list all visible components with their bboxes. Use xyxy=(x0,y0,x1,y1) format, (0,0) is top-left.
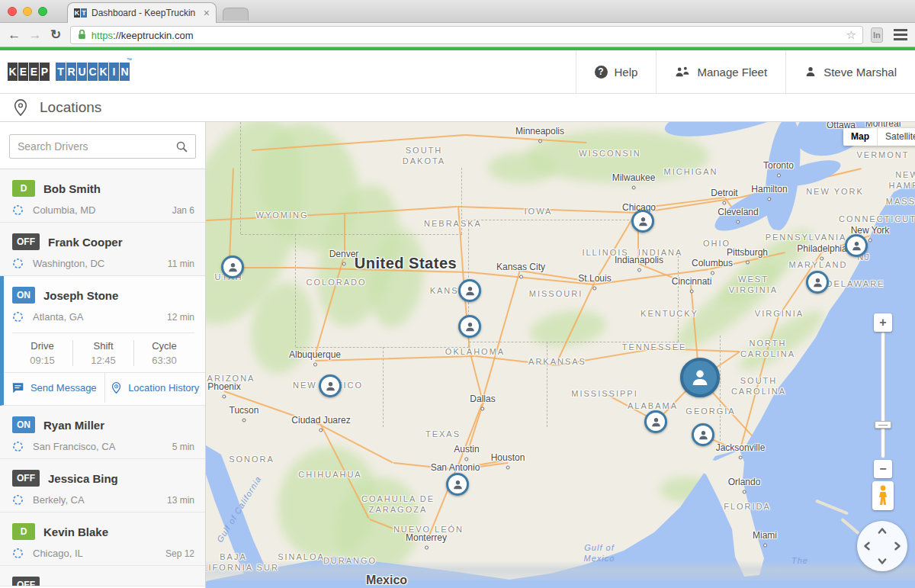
bookmark-star-icon[interactable]: ☆ xyxy=(846,28,856,42)
person-icon xyxy=(689,366,711,389)
hos-label: Cycle xyxy=(134,340,194,352)
satellite-view-button[interactable]: Satellite xyxy=(878,128,915,146)
help-button[interactable]: ? Help xyxy=(576,50,657,93)
street-view-pegman[interactable] xyxy=(872,481,894,510)
driver-name: Ryan Miller xyxy=(43,419,104,432)
driver-marker[interactable] xyxy=(446,473,469,496)
zoom-out-button[interactable]: − xyxy=(874,460,892,478)
driver-row[interactable]: OFF Jessica Bing Berkely, CA 13 min xyxy=(0,459,205,512)
driver-marker[interactable] xyxy=(458,315,481,338)
browser-menu-icon[interactable] xyxy=(894,29,907,40)
url-text: ://keeptruckin.com xyxy=(113,30,194,41)
zoom-window-button[interactable] xyxy=(38,7,47,16)
url-scheme: https xyxy=(92,30,113,41)
hos-summary: Drive 09:15 Shift 12:45 Cycle 63:30 xyxy=(12,333,194,372)
linkedin-extension-icon[interactable]: In xyxy=(871,27,883,43)
window-controls xyxy=(8,7,47,16)
driver-name: Bob Smith xyxy=(43,182,101,195)
person-icon xyxy=(650,416,663,429)
gps-location-icon xyxy=(12,204,24,216)
hos-value: 09:15 xyxy=(12,355,72,366)
driver-row[interactable]: ON Ryan Miller San Francisco, CA 5 min xyxy=(0,406,205,459)
driver-marker[interactable] xyxy=(806,271,829,294)
hos-column: Shift 12:45 xyxy=(73,340,134,366)
pan-left-icon[interactable] xyxy=(859,538,875,554)
send-message-button[interactable]: Send Message xyxy=(4,373,105,403)
person-icon xyxy=(464,320,477,333)
pan-control xyxy=(857,521,907,571)
hos-value: 12:45 xyxy=(73,355,133,366)
user-icon xyxy=(804,66,817,78)
driver-row[interactable]: D Kevin Blake Chicago, IL Sep 12 xyxy=(0,512,205,566)
duty-status-badge: OFF xyxy=(12,577,40,586)
map-view-button[interactable]: Map xyxy=(843,128,878,146)
location-history-button[interactable]: Location History xyxy=(105,373,206,403)
drivers-sidebar: D Bob Smith Columbia, MD Jan 6 OFF Frank… xyxy=(0,122,206,588)
manage-fleet-button[interactable]: Manage Fleet xyxy=(656,50,785,93)
person-icon xyxy=(850,239,863,252)
person-icon xyxy=(697,429,710,442)
driver-row[interactable]: ON Joseph Stone Atlanta, GA 12 min Drive… xyxy=(0,276,205,406)
forward-button[interactable]: → xyxy=(28,27,41,43)
zoom-slider-handle[interactable] xyxy=(875,421,891,429)
driver-row[interactable]: OFF xyxy=(0,566,205,586)
driver-name: Frank Cooper xyxy=(48,236,123,249)
duty-status-badge: OFF xyxy=(12,233,40,250)
hos-column: Cycle 63:30 xyxy=(134,340,194,366)
help-label: Help xyxy=(615,66,638,79)
close-window-button[interactable] xyxy=(8,7,17,16)
driver-location: Washington, DC xyxy=(33,258,104,269)
reload-button[interactable]: ↻ xyxy=(50,27,63,43)
pan-right-icon[interactable] xyxy=(890,538,905,554)
gps-location-icon xyxy=(12,494,24,506)
person-icon xyxy=(451,478,464,491)
background-tab[interactable] xyxy=(223,8,249,21)
keeptruckin-logo[interactable]: KEEP ™ TRUCKIN xyxy=(8,63,130,81)
gps-location-icon xyxy=(12,548,24,559)
hos-label: Drive xyxy=(12,340,72,352)
driver-name: Jessica Bing xyxy=(48,472,118,485)
driver-location: Berkely, CA xyxy=(33,494,85,506)
driver-marker[interactable] xyxy=(319,374,342,397)
driver-marker[interactable] xyxy=(631,210,654,233)
driver-location: Chicago, IL xyxy=(33,548,83,559)
duty-status-badge: D xyxy=(12,523,35,540)
person-icon xyxy=(637,215,650,228)
pan-up-icon[interactable] xyxy=(875,523,890,538)
zoom-slider-track[interactable] xyxy=(881,332,885,458)
hos-column: Drive 09:15 xyxy=(12,340,73,366)
driver-marker[interactable] xyxy=(644,410,667,433)
minimize-window-button[interactable] xyxy=(23,7,32,16)
fleet-icon xyxy=(675,66,690,78)
driver-location: Columbia, MD xyxy=(33,204,95,216)
driver-last-update: 5 min xyxy=(172,442,194,452)
logo-truckin: ™ TRUCKIN xyxy=(56,63,130,81)
tab-close-icon[interactable]: × xyxy=(204,8,210,18)
driver-name: Kevin Blake xyxy=(43,525,108,538)
gps-location-icon xyxy=(12,441,24,452)
driver-marker[interactable] xyxy=(845,234,868,257)
driver-marker[interactable] xyxy=(221,255,244,278)
pan-down-icon[interactable] xyxy=(875,554,890,569)
search-input[interactable] xyxy=(9,134,196,159)
browser-tab[interactable]: KT Dashboard - KeepTruckin × xyxy=(67,2,217,23)
url-bar[interactable]: https://keeptruckin.com ☆ xyxy=(70,26,863,44)
back-button[interactable]: ← xyxy=(8,27,21,43)
zoom-in-button[interactable]: + xyxy=(874,313,892,332)
user-menu-button[interactable]: Steve Marshal xyxy=(785,50,915,93)
driver-row[interactable]: OFF Frank Cooper Washington, DC 11 min xyxy=(0,223,205,276)
driver-marker[interactable] xyxy=(692,423,714,446)
person-icon xyxy=(464,284,477,297)
duty-status-badge: D xyxy=(12,180,35,197)
map-canvas[interactable]: SOUTH DAKOTAWYOMINGWISCONSINMICHIGANIOWA… xyxy=(206,122,915,588)
map-type-control: Map Satellite xyxy=(843,128,915,146)
driver-list: D Bob Smith Columbia, MD Jan 6 OFF Frank… xyxy=(0,169,205,586)
header-nav: ? Help Manage Fleet Steve Marshal xyxy=(576,50,915,93)
page-title: Locations xyxy=(40,99,101,116)
manage-fleet-label: Manage Fleet xyxy=(697,66,767,79)
selected-driver-marker[interactable] xyxy=(680,358,720,397)
driver-row[interactable]: D Bob Smith Columbia, MD Jan 6 xyxy=(0,169,205,223)
person-icon xyxy=(324,380,337,393)
search-icon[interactable] xyxy=(175,140,188,153)
driver-marker[interactable] xyxy=(458,279,481,302)
